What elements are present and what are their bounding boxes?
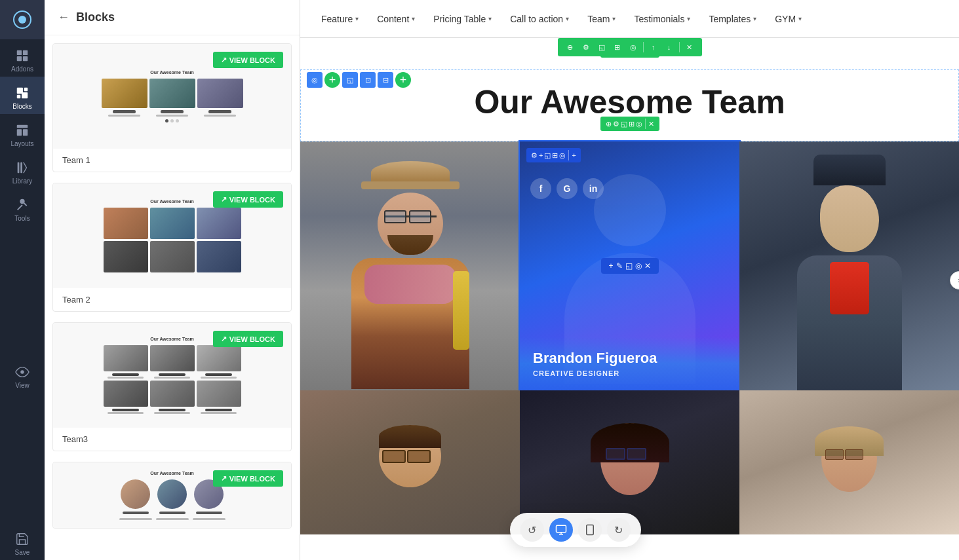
chevron-down-icon: ▾ [753, 15, 756, 22]
cols-icon[interactable]: ⊟ [378, 72, 393, 88]
nav-team[interactable]: Team ▾ [579, 9, 623, 29]
team-card-2[interactable]: ⚙ + ◱ ⊞ ◎ + f [520, 141, 739, 390]
facebook-icon[interactable]: f [530, 178, 551, 199]
nav-pricing[interactable]: Pricing Table ▾ [425, 9, 499, 29]
blocks-panel: ← Blocks › ↗ VIEW BLOCK Our Awesome Team [45, 0, 300, 560]
svg-rect-13 [18, 162, 20, 174]
bottom-photo-3 [739, 390, 959, 534]
sidebar: Addons Blocks Layouts Library Tools View… [0, 0, 45, 560]
nav-testimonials[interactable]: Testimonials ▾ [626, 9, 698, 29]
block-item-team4: ↗ VIEW BLOCK Our Awesome Team [52, 462, 292, 529]
chevron-down-icon: ▾ [687, 15, 690, 22]
add-column-icon[interactable]: + [324, 72, 340, 88]
nav-feature[interactable]: Feature ▾ [313, 9, 366, 29]
col-add2-icon[interactable]: + [572, 151, 576, 159]
grid-settings-icon[interactable]: ⚙ [613, 120, 619, 128]
sidebar-item-addons[interactable]: Addons [0, 39, 45, 77]
view-block-btn-team1[interactable]: ↗ VIEW BLOCK [213, 52, 283, 68]
card-copy-icon[interactable]: ◱ [625, 261, 633, 271]
add-row-icon[interactable]: + [395, 72, 411, 88]
chevron-down-icon: ▾ [798, 15, 802, 22]
undo-button[interactable]: ↺ [520, 518, 544, 542]
social-icons: f G in [530, 178, 604, 199]
grid-copy-icon[interactable]: ◱ [621, 120, 627, 128]
col-clone-icon[interactable]: ⊞ [552, 151, 558, 160]
blocks-list: ↗ VIEW BLOCK Our Awesome Team [45, 35, 300, 560]
canvas-area: ⊕ ⚙ ◱ ⊞ ◎ ↑ ↓ ✕ ◎ + ◱ ⊡ ⊟ [300, 38, 959, 560]
block-preview-team4[interactable]: ↗ VIEW BLOCK Our Awesome Team [53, 462, 291, 528]
card-add-icon[interactable]: + [608, 261, 613, 271]
row-up-icon[interactable]: ↑ [646, 40, 661, 54]
blocks-panel-header: ← Blocks › [45, 0, 300, 35]
view-block-btn-team3[interactable]: ↗ VIEW BLOCK [213, 331, 283, 347]
row-delete-icon[interactable]: ✕ [682, 40, 697, 54]
copy-col-icon[interactable]: ◱ [342, 72, 358, 88]
desktop-view-button[interactable] [549, 518, 573, 542]
page-title: Our Awesome Team [301, 83, 958, 121]
block-preview-team3[interactable]: ↗ VIEW BLOCK Our Awesome Team [53, 323, 291, 428]
app-logo [0, 0, 45, 39]
linkedin-icon[interactable]: in [583, 178, 604, 199]
grid-row-toolbar: ⊕ ⚙ ◱ ⊞ ◎ ✕ [600, 117, 659, 131]
col-copy-icon[interactable]: ◱ [544, 151, 551, 160]
chevron-down-icon: ▾ [566, 15, 569, 22]
col-settings-icon[interactable]: ⚙ [531, 151, 538, 160]
sidebar-item-blocks[interactable]: Blocks [0, 77, 45, 114]
sidebar-item-layouts[interactable]: Layouts [0, 114, 45, 151]
card-delete-icon[interactable]: ✕ [644, 261, 651, 271]
team-card-role: CREATIVE DESIGNER [533, 369, 726, 377]
row-move-icon[interactable]: ⊕ [563, 40, 577, 54]
svg-rect-10 [17, 125, 28, 128]
sidebar-item-view[interactable]: View [0, 356, 45, 393]
card-visible-icon[interactable]: ◎ [635, 261, 642, 271]
chevron-down-icon: ▾ [488, 15, 492, 22]
team-grid-section: ⊕ ⚙ ◱ ⊞ ◎ ✕ [300, 141, 959, 534]
block-preview-team1[interactable]: ↗ VIEW BLOCK Our Awesome Team [53, 44, 291, 149]
sidebar-item-tools[interactable]: Tools [0, 189, 45, 226]
tablet-view-button[interactable] [578, 518, 602, 542]
nav-content[interactable]: Content ▾ [369, 9, 423, 29]
row-copy-icon[interactable]: ◱ [595, 40, 609, 54]
team-card-1 [300, 141, 520, 390]
team-photo-3 [739, 141, 959, 390]
team-card-name: Brandon Figueroa [533, 350, 726, 367]
col-visible-icon[interactable]: ◎ [559, 151, 566, 160]
chevron-down-icon: ▾ [355, 15, 359, 22]
card-edit-icon[interactable]: ✎ [616, 261, 623, 271]
row-down-icon[interactable]: ↓ [662, 40, 676, 54]
back-arrow-icon[interactable]: ← [58, 10, 69, 24]
google-icon[interactable]: G [557, 178, 577, 199]
bottom-photo-1 [300, 390, 520, 534]
team-grid-top: ⚙ + ◱ ⊞ ◎ + f [300, 141, 959, 390]
block-preview-team2[interactable]: ↗ VIEW BLOCK Our Awesome Team [53, 183, 291, 288]
grid-visible-icon[interactable]: ◎ [636, 120, 642, 128]
top-nav: Feature ▾ Content ▾ Pricing Table ▾ Call… [300, 0, 959, 38]
row-clone-icon[interactable]: ⊞ [610, 40, 625, 54]
nav-cta[interactable]: Call to action ▾ [502, 9, 577, 29]
nav-gym[interactable]: GYM ▾ [767, 9, 810, 29]
main-content: Feature ▾ Content ▾ Pricing Table ▾ Call… [300, 0, 959, 560]
nav-templates[interactable]: Templates ▾ [701, 9, 764, 29]
sidebar-item-save[interactable]: Save [0, 523, 45, 560]
redo-button[interactable]: ↻ [607, 518, 631, 542]
row-visible-icon[interactable]: ◎ [626, 40, 640, 54]
circle-icon[interactable]: ◎ [307, 72, 323, 88]
link-icon[interactable]: ⊡ [360, 72, 376, 88]
row-settings-icon[interactable]: ⚙ [579, 40, 593, 54]
col-add-icon[interactable]: + [539, 151, 543, 159]
svg-rect-16 [556, 525, 566, 532]
col-toolbar: ⚙ + ◱ ⊞ ◎ + [526, 148, 581, 162]
grid-clone-icon[interactable]: ⊞ [629, 120, 635, 128]
add-col-controls: ◎ + ◱ ⊡ ⊟ + [307, 72, 411, 88]
view-block-btn-team2[interactable]: ↗ VIEW BLOCK [213, 191, 283, 208]
sidebar-item-library[interactable]: Library [0, 151, 45, 189]
svg-rect-7 [24, 88, 28, 92]
view-block-btn-team4[interactable]: ↗ VIEW BLOCK [213, 470, 283, 487]
blocks-panel-title: Blocks [76, 10, 115, 24]
svg-point-1 [18, 16, 26, 24]
grid-move-icon[interactable]: ⊕ [606, 120, 612, 128]
block-name-team1: Team 1 [53, 149, 291, 172]
block-name-team2: Team 2 [53, 288, 291, 311]
team-grid-bottom [300, 390, 959, 534]
grid-delete-icon[interactable]: ✕ [648, 120, 654, 128]
